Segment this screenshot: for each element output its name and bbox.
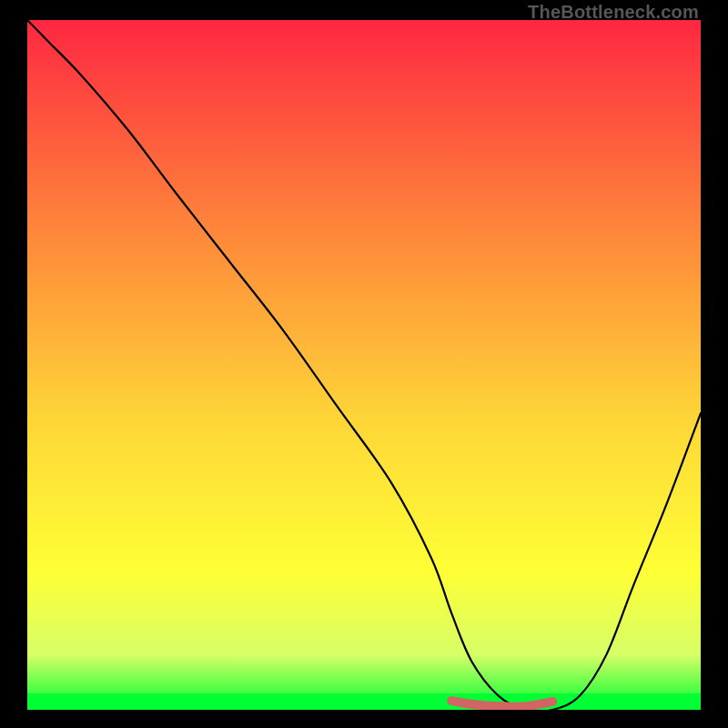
watermark-text: TheBottleneck.com (528, 2, 699, 23)
chart-frame (27, 20, 701, 710)
gradient-background (27, 20, 701, 710)
green-baseline-band (27, 693, 701, 710)
bottleneck-chart (27, 20, 701, 710)
